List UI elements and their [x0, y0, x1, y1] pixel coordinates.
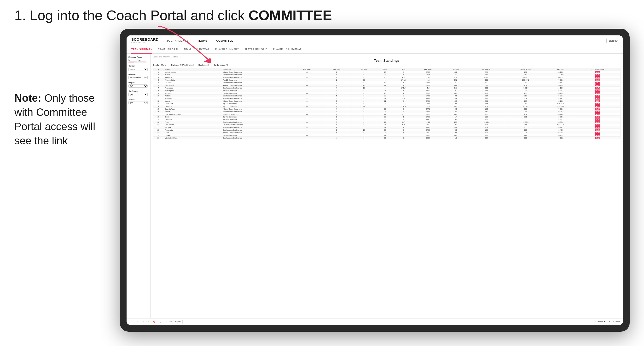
sub-nav-team-summary[interactable]: TEAM SUMMARY [131, 46, 152, 54]
filter-min-input[interactable] [128, 59, 137, 61]
no-tour-cell: 24 [352, 105, 376, 108]
overall-cell: 221 [505, 131, 546, 134]
toolbar-info[interactable]: ⓘ [158, 320, 162, 324]
points-badge: 45.13 [595, 137, 600, 139]
filter-division-label: Division [128, 73, 148, 75]
bottom-toolbar: ← → ⟳ ⇧ 🔖 ⓘ 👁 View: Original 👁 Watch ▼ ↗… [126, 318, 623, 325]
toolbar-reload[interactable]: ⟳ [141, 320, 144, 323]
wins-cell: 276.9 [394, 105, 413, 108]
conference-cell: Southeastern Conference [222, 81, 293, 84]
wins-cell: 1 [394, 131, 413, 134]
toolbar-expand[interactable]: ↗ [607, 320, 611, 323]
conf-rank-cell: 5 [321, 134, 352, 137]
points-cell: 50.94 [575, 95, 620, 97]
avg-sg-cell: -5.0 [443, 81, 468, 84]
rnds-cell: 23 [376, 95, 394, 97]
school-cell: Illinois [164, 116, 222, 118]
table-row: 23Texas A&MSoutheastern Conference—91030… [153, 129, 620, 131]
rnds-cell: 18 [376, 81, 394, 84]
no-tour-cell: 8 [352, 95, 376, 97]
adj-score-cell: 276.9 [413, 102, 443, 105]
filter-region-select[interactable]: N/A [128, 84, 148, 88]
points-badge: 48.54 [595, 126, 600, 129]
vs-top-25-cell: 87-21-2 [546, 113, 575, 116]
school-cell: Georgia [164, 126, 222, 129]
conf-rank-cell: 4 [321, 87, 352, 89]
points-badge: 68.71 [595, 87, 600, 89]
table-row: 10AlabamaSoutheastern Conference—5823327… [153, 95, 620, 97]
filter-division-select[interactable]: NCAA Division I [128, 76, 148, 79]
conference-cell: Southeastern Conference [222, 121, 293, 124]
sub-nav-team-h2h-heatmap[interactable]: TEAM H2H HEATMAP [184, 46, 210, 54]
wins-cell: 6 [394, 73, 413, 76]
nav-teams[interactable]: TEAMS [196, 35, 208, 46]
overall-cell: 61-21-0 [505, 87, 546, 89]
reg-rank-cell: — [293, 73, 321, 76]
conference-cell: Southeastern Conference [222, 73, 293, 76]
avg-low-cell: 255 [468, 87, 505, 89]
rnds-cell: 23 [376, 97, 394, 100]
table-row: 5Ole MissSoutheastern Conference—3618127… [153, 81, 620, 84]
filter-school-select[interactable]: (All) [128, 101, 148, 104]
sub-nav-player-h2h-grid[interactable]: PLAYER H2H GRID [244, 46, 267, 54]
toolbar-bookmark[interactable]: 🔖 [152, 320, 156, 323]
col-rank: # [153, 68, 164, 71]
conference-cell: Atlantic Coast Conference [222, 131, 293, 134]
vs-top-25-cell: 109-24-2 [546, 124, 575, 126]
points-badge: 87.21 [595, 74, 600, 76]
avg-sg-cell: -5.0 [443, 73, 468, 76]
sub-nav: TEAM SUMMARY TEAM H2H GRID TEAM H2H HEAT… [126, 46, 623, 54]
overall-cell: 265 [505, 108, 546, 110]
col-overall: Overall Record [505, 68, 546, 71]
points-cell: 56.16 [575, 113, 620, 116]
points-badge: 46.91 [595, 121, 600, 123]
sign-out-button[interactable]: Sign out [608, 39, 618, 42]
conference-cell: Big 12 Conference [222, 102, 293, 105]
toolbar-share-up[interactable]: ⇧ [146, 320, 150, 323]
conf-rank-cell: 8 [321, 121, 352, 124]
sub-nav-team-h2h-grid[interactable]: TEAM H2H GRID [158, 46, 178, 54]
avg-sg-cell: -3.8 [443, 126, 468, 129]
overall-cell: 270 [505, 137, 546, 139]
sub-nav-player-h2h-heatmap[interactable]: PLAYER H2H HEATMAP [273, 46, 302, 54]
vs-top-25-cell: 83-15-0 [546, 100, 575, 102]
wins-cell: 4 [394, 71, 413, 73]
avg-sg-cell: 1.85 [443, 105, 468, 108]
table-row: 7TennesseeSoutheastern Conference—418227… [153, 87, 620, 89]
points-badge: 48.27 [595, 118, 600, 121]
col-reg-rank: Reg Rank [293, 68, 321, 71]
adj-score-cell: 276.9 [413, 95, 443, 97]
conf-rank-cell: 2 [321, 105, 352, 108]
watch-button[interactable]: 👁 Watch ▼ [595, 321, 605, 323]
overall-cell: 217 [505, 95, 546, 97]
rank-cell: 3 [153, 76, 164, 79]
reg-rank-cell: — [293, 108, 321, 110]
filter-gender-select[interactable]: Men's [128, 68, 148, 71]
overall-cell: 100-27-1 [505, 79, 546, 81]
filter-conference-select[interactable]: (All) [128, 93, 148, 96]
no-tour-cell: 8 [352, 97, 376, 100]
toolbar-forward[interactable]: → [135, 320, 139, 323]
nav-tournaments[interactable]: TOURNAMENTS [166, 35, 189, 46]
avg-sg-cell: -1.8 [443, 137, 468, 139]
share-button[interactable]: ⇧ Share [613, 321, 620, 323]
rnds-cell: 21 [376, 100, 394, 102]
vs-top-25-cell: 92-40-3 [546, 129, 575, 131]
conf-rank-cell: 3 [321, 100, 352, 102]
points-cell: 85.98 [575, 79, 620, 81]
conf-rank-cell: 7 [321, 110, 352, 113]
nav-committee[interactable]: COMMITTEE [216, 35, 234, 46]
conference-cell: Pac-12 Conference [222, 79, 293, 81]
view-original-button[interactable]: 👁 View: Original [166, 321, 180, 323]
filter-max-input[interactable] [138, 59, 146, 61]
rank-cell: 17 [153, 113, 164, 116]
sub-nav-player-summary[interactable]: PLAYER SUMMARY [215, 46, 239, 54]
avg-low-cell: 1.85 [468, 102, 505, 105]
overall-cell: 271 [505, 116, 546, 118]
conf-rank-cell: 10 [321, 137, 352, 139]
watch-label: Watch [598, 321, 603, 323]
overall-cell: 42-6-0 [505, 76, 546, 79]
toolbar-back[interactable]: ← [130, 320, 133, 323]
table-row: 21New MexicoMountain West Conference—182… [153, 124, 620, 126]
filter-slider[interactable] [128, 62, 147, 62]
